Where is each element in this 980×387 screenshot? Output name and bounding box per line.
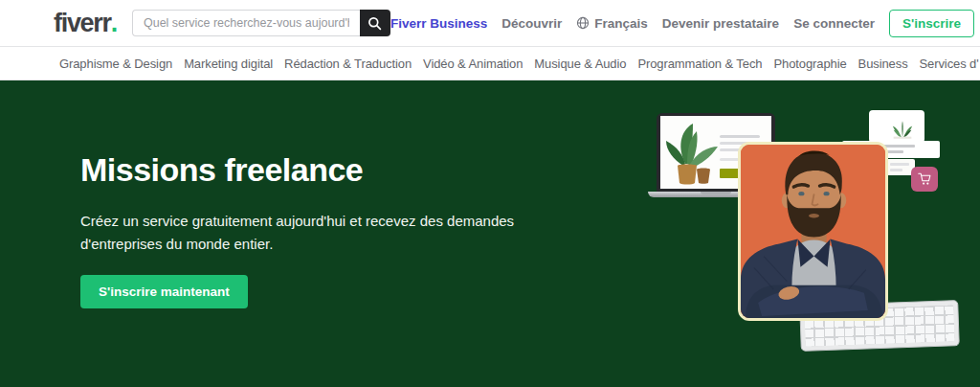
category-programmation-tech[interactable]: Programmation & Tech [637, 57, 762, 71]
succulent-plant-graphic [886, 119, 919, 140]
nav-link-sign-in[interactable]: Se connecter [793, 16, 875, 31]
nav-link-fiverr-business[interactable]: Fiverr Business [390, 16, 487, 31]
category-business[interactable]: Business [858, 57, 908, 71]
hero-title: Missions freelance [80, 151, 540, 189]
language-selector[interactable]: Français [576, 16, 648, 31]
nav-link-become-seller[interactable]: Devenir prestataire [662, 16, 779, 31]
category-graphisme-design[interactable]: Graphisme & Design [59, 57, 172, 71]
join-button[interactable]: S'inscrire [889, 10, 974, 37]
search-icon [368, 16, 382, 31]
search-bar [132, 10, 390, 36]
freelancer-photo-card [738, 142, 888, 321]
top-navbar: fiverr. Fiverr Business Découvrir [0, 0, 980, 47]
search-input[interactable] [132, 10, 360, 36]
fiverr-logo[interactable]: fiverr. [54, 11, 117, 36]
hero-section: Missions freelance Créez un service grat… [0, 80, 980, 387]
logo-dot: . [111, 11, 117, 36]
globe-icon [576, 16, 590, 30]
logo-text: fiverr [54, 11, 111, 36]
hero-copy: Missions freelance Créez un service grat… [80, 151, 540, 308]
category-marketing-digital[interactable]: Marketing digital [184, 57, 273, 71]
category-photographie[interactable]: Photographie [773, 57, 846, 71]
gig-card-plant [869, 110, 924, 143]
category-redaction-traduction[interactable]: Rédaction & Traduction [284, 57, 412, 71]
category-musique-audio[interactable]: Musique & Audio [534, 57, 626, 71]
search-button[interactable] [360, 10, 390, 36]
main-nav: Fiverr Business Découvrir Français Deven… [390, 10, 974, 37]
category-services-d[interactable]: Services d' [920, 57, 979, 71]
category-video-animation[interactable]: Vidéo & Animation [423, 57, 523, 71]
nav-link-discover[interactable]: Découvrir [501, 16, 562, 31]
freelancer-portrait-graphic [741, 145, 885, 318]
category-bar: Graphisme & Design Marketing digital Réd… [0, 47, 980, 80]
shopping-cart-icon [917, 171, 933, 187]
language-label: Français [594, 16, 648, 31]
cart-badge [911, 167, 938, 192]
hero-subtitle: Créez un service gratuitement aujourd'hu… [80, 210, 540, 256]
signup-now-button[interactable]: S'inscrire maintenant [80, 275, 248, 308]
